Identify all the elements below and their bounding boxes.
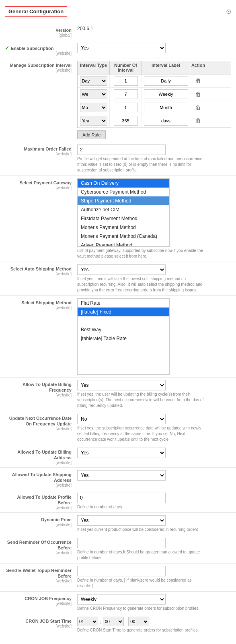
delete-row-3-icon[interactable]: 🗑 xyxy=(195,104,201,111)
ewallet-reminder-input[interactable] xyxy=(77,566,166,576)
version-label: Version xyxy=(55,28,72,33)
list-item[interactable]: Moneris Payment Method (Canada) xyxy=(78,232,169,241)
interval-label-2[interactable] xyxy=(144,89,188,99)
list-item[interactable]: Cash On Delivery xyxy=(78,179,169,188)
col-interval-type: Interval Type xyxy=(78,61,110,74)
list-item[interactable]: [tablerate] Table Rate xyxy=(78,334,169,343)
cron-start-time-hint: Define CRON Start Time to generate order… xyxy=(77,627,206,633)
cron-sep-2: : xyxy=(125,619,127,625)
payment-gateway-row: Select Payment Gateway [website] Cash On… xyxy=(0,175,236,262)
reminder-before-row: Send Reminder Of Occurrence Before [webs… xyxy=(0,535,236,563)
delete-row-2-icon[interactable]: 🗑 xyxy=(195,91,201,97)
shipping-method-listbox[interactable]: Flat Rate [flatrate] Fixed Best Way [tab… xyxy=(77,298,170,375)
col-label: Interval Label xyxy=(142,61,190,74)
dynamic-price-row: Dynamic Price [website] YesNo If set yes… xyxy=(0,512,236,535)
billing-address-row: Allowed To Update Billing Address [websi… xyxy=(0,445,236,467)
enable-subscription-row: ✓ Enable Subscription [website] Yes No xyxy=(0,40,236,58)
enable-subscription-label: Enable Subscription xyxy=(11,46,53,51)
max-order-failed-hint: Profile will get suspended at the time o… xyxy=(77,156,206,173)
update-profile-before-row: Allowed To Update Profile Before [websit… xyxy=(0,490,236,512)
next-occurrence-sublabel: [website] xyxy=(5,427,72,431)
delete-row-1-icon[interactable]: 🗑 xyxy=(195,78,201,84)
max-order-failed-row: Maximum Order Failed [website] Profile w… xyxy=(0,142,236,175)
list-item[interactable]: Stripe Payment Method xyxy=(78,196,169,205)
manage-interval-row: Manage Subscription Interval [website] I… xyxy=(0,58,236,142)
interval-type-select-2[interactable]: WeDayMoYea xyxy=(80,89,107,99)
weary-section: Weary xyxy=(0,636,236,644)
cron-minute-select[interactable]: 00051015 20253035 40455055 xyxy=(103,617,124,626)
table-row: DayWeMoYea 🗑 xyxy=(78,74,231,88)
max-order-failed-label: Maximum Order Failed xyxy=(24,147,72,151)
next-occurrence-hint: If set yes, the subscription occurrence … xyxy=(77,425,206,442)
billing-address-sublabel: [website] xyxy=(5,460,72,465)
cron-frequency-select[interactable]: WeeklyDailyMonthly xyxy=(77,594,166,605)
payment-gateway-sublabel: [website] xyxy=(5,186,72,190)
cron-frequency-hint: Define CRON Frequency to generate orders… xyxy=(77,606,206,611)
cron-frequency-row: CRON JOB Frequency [website] WeeklyDaily… xyxy=(0,591,236,614)
delete-row-4-icon[interactable]: 🗑 xyxy=(195,118,201,124)
update-profile-before-label: Allowed To Update Profile Before xyxy=(17,495,72,505)
cron-hour-select[interactable]: 00010203 04050607 08091011 12131415 1617… xyxy=(77,617,98,626)
version-sublabel: [global] xyxy=(5,33,72,37)
cron-start-time-row: CRON JOB Start Time [website] 00010203 0… xyxy=(0,614,236,636)
list-item[interactable]: Flat Rate xyxy=(78,299,169,308)
manage-interval-sublabel: [website] xyxy=(5,68,72,72)
update-profile-before-input[interactable] xyxy=(77,493,166,503)
interval-type-select-4[interactable]: YeaDayWeMo xyxy=(80,116,107,126)
interval-number-2[interactable] xyxy=(114,89,138,99)
enable-subscription-select[interactable]: Yes No xyxy=(77,43,166,53)
cron-frequency-label: CRON JOB Frequency xyxy=(25,596,72,601)
interval-label-4[interactable] xyxy=(144,116,188,126)
list-item[interactable] xyxy=(78,316,169,325)
auto-shipping-row: Select Auto Shipping Method [website] Ye… xyxy=(0,262,236,295)
reminder-before-input[interactable] xyxy=(77,538,166,548)
collapse-icon[interactable]: ⊙ xyxy=(226,8,231,15)
interval-type-select-3[interactable]: MoDayWeYea xyxy=(80,103,107,112)
list-item[interactable]: Moneris Payment Method xyxy=(78,223,169,232)
interval-label-3[interactable] xyxy=(144,103,188,112)
list-item[interactable]: Firstdata Payment Method xyxy=(78,214,169,223)
table-row: MoDayWeYea 🗑 xyxy=(78,101,231,114)
interval-number-1[interactable] xyxy=(114,76,138,86)
cron-time-controls: 00010203 04050607 08091011 12131415 1617… xyxy=(77,617,231,626)
payment-gateway-hint: List of payment gateway, supported by su… xyxy=(77,248,206,259)
next-occurrence-select[interactable]: NoYes xyxy=(77,414,166,424)
payment-gateway-listbox[interactable]: Cash On Delivery Cybersource Payment Met… xyxy=(77,178,170,247)
list-item[interactable]: Best Way xyxy=(78,325,169,334)
billing-frequency-select[interactable]: YesNo xyxy=(77,380,166,390)
version-value: 200.6.1 xyxy=(77,24,93,31)
list-item[interactable]: Authorize.net CIM xyxy=(78,205,169,214)
col-number: Number Of Interval xyxy=(110,61,142,74)
max-order-failed-sublabel: [website] xyxy=(5,152,72,156)
section-title: General Configuration xyxy=(5,6,67,17)
shipping-address-sublabel: [website] xyxy=(5,483,72,487)
dynamic-price-sublabel: [website] xyxy=(5,522,72,527)
interval-number-3[interactable] xyxy=(114,103,138,112)
list-item[interactable]: Adyen Payment Method xyxy=(78,241,169,247)
payment-gateway-label: Select Payment Gateway xyxy=(19,180,72,185)
cron-start-time-label: CRON JOB Start Time xyxy=(25,619,72,623)
billing-address-select[interactable]: YesNo xyxy=(77,448,166,458)
cron-frequency-sublabel: [website] xyxy=(5,601,72,606)
shipping-method-label: Select Shipping Method xyxy=(21,300,72,305)
billing-frequency-label: Allow To Update Billing Frequency xyxy=(23,382,72,392)
interval-number-4[interactable] xyxy=(114,116,138,126)
list-item[interactable]: Cybersource Payment Method xyxy=(78,188,169,196)
ewallet-reminder-row: Send E-Wallet Topup Reminder Before [web… xyxy=(0,563,236,591)
cron-second-select[interactable]: 00051015 20253035 40455055 xyxy=(128,617,149,626)
enable-subscription-sublabel: [website] xyxy=(5,51,72,56)
billing-frequency-hint: If set yes, the user will be updating th… xyxy=(77,392,206,409)
auto-shipping-label: Select Auto Shipping Method xyxy=(10,266,72,271)
cron-start-time-sublabel: [website] xyxy=(5,624,72,628)
col-action: Action xyxy=(190,61,206,74)
dynamic-price-select[interactable]: YesNo xyxy=(77,515,166,526)
list-item[interactable]: [flatrate] Fixed xyxy=(78,308,169,316)
interval-type-select-1[interactable]: DayWeMoYea xyxy=(80,76,107,86)
shipping-address-select[interactable]: YesNo xyxy=(77,470,166,481)
add-rule-button[interactable]: Add Rule xyxy=(77,130,106,139)
version-row: Version [global] 200.6.1 xyxy=(0,23,236,40)
next-occurrence-label: Update Next Occurrence Date On Frequency… xyxy=(9,416,72,426)
interval-label-1[interactable] xyxy=(144,76,188,86)
auto-shipping-select[interactable]: YesNo xyxy=(77,264,166,275)
max-order-failed-input[interactable] xyxy=(77,144,166,155)
